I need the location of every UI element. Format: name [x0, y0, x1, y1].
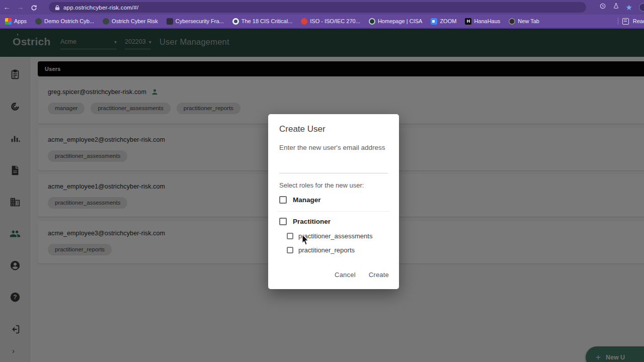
mouse-cursor [302, 235, 309, 245]
address-bar[interactable]: app.ostrichcyber-risk.com/#/ [49, 2, 586, 13]
checkbox-practitioner-reports[interactable] [287, 247, 293, 253]
lock-icon [55, 5, 60, 11]
divider [618, 18, 618, 25]
globe-favicon [509, 18, 515, 25]
reload-icon[interactable] [27, 0, 41, 15]
role-option-practitioner[interactable]: Practitioner [279, 218, 331, 225]
bookmark-demo-ostrich[interactable]: Demo Ostrich Cyb... [35, 18, 94, 25]
create-button[interactable]: Create [369, 271, 389, 279]
email-input[interactable] [279, 160, 388, 173]
hanahaus-favicon: H [465, 18, 471, 25]
apps-grid-icon [5, 18, 12, 25]
cancel-button[interactable]: Cancel [335, 271, 356, 279]
bookmark-iso[interactable]: ISO - ISO/IEC 270... [301, 18, 360, 25]
reading-list-icon [622, 18, 629, 25]
iso-favicon [301, 18, 307, 25]
bookmark-cisa[interactable]: Homepage | CISA [369, 18, 422, 25]
ostrich-favicon [103, 18, 109, 25]
profile-avatar[interactable] [639, 3, 644, 12]
email-prompt: Enter the new user's email address [279, 144, 385, 151]
forward-icon[interactable]: → [14, 0, 27, 15]
framework-favicon [167, 18, 173, 25]
checkbox-practitioner[interactable] [279, 218, 287, 225]
dialog-actions: Cancel Create [335, 271, 389, 279]
bookmark-cis-critical[interactable]: The 18 CIS Critical... [232, 18, 292, 25]
browser-window: ← → app.ostrichcyber-risk.com/#/ ★ Apps … [0, 0, 644, 362]
cisa-favicon [369, 18, 375, 25]
back-icon[interactable]: ← [0, 0, 14, 15]
checkbox-practitioner-assessments[interactable] [287, 233, 293, 239]
bookmark-ostrich-cyber-risk[interactable]: Ostrich Cyber Risk [103, 18, 158, 25]
zoom-favicon [431, 18, 437, 25]
url-text: app.ostrichcyber-risk.com/#/ [63, 5, 138, 11]
ostrich-favicon [35, 18, 42, 25]
bookmark-hanahaus[interactable]: HHanaHaus [465, 18, 500, 25]
role-option-practitioner-reports[interactable]: practitioner_reports [287, 246, 355, 254]
roles-prompt: Select roles for the new user: [279, 182, 364, 189]
role-option-manager[interactable]: Manager [279, 196, 321, 204]
bookmark-new-tab[interactable]: New Tab [509, 18, 539, 25]
toolbar-right-icons: ★ [599, 0, 644, 15]
divider [277, 211, 390, 212]
browser-toolbar: ← → app.ostrichcyber-risk.com/#/ ★ [0, 0, 644, 15]
cis-favicon [232, 18, 239, 25]
reading-list[interactable]: Read [618, 18, 644, 25]
checkbox-manager[interactable] [279, 196, 287, 204]
history-clock-icon[interactable] [599, 0, 606, 15]
labs-beaker-icon[interactable] [613, 0, 619, 15]
bookmark-star-icon[interactable]: ★ [626, 0, 632, 15]
bookmark-apps[interactable]: Apps [5, 18, 27, 25]
bookmarks-bar: Apps Demo Ostrich Cyb... Ostrich Cyber R… [0, 15, 644, 29]
role-option-practitioner-assessments[interactable]: practitioner_assessments [287, 232, 372, 240]
bookmark-cybersecurity-framework[interactable]: Cybersecurity Fra... [167, 18, 224, 25]
dialog-title: Create User [279, 124, 326, 134]
bookmark-zoom[interactable]: ZOOM [431, 18, 456, 25]
web-page: Ostrich Acme ▾ 202203 ▾ User Management [0, 29, 644, 362]
create-user-dialog: Create User Enter the new user's email a… [268, 114, 399, 289]
